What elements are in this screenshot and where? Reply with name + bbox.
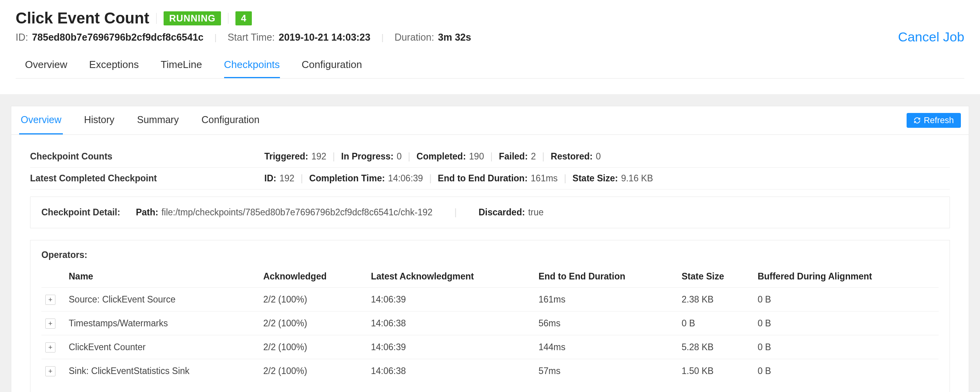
- op-size: 0 B: [678, 311, 754, 335]
- restored-value: 0: [596, 151, 601, 162]
- status-badge: RUNNING: [164, 11, 221, 25]
- sub-tabs: Overview History Summary Configuration: [19, 106, 907, 134]
- duration-value: 3m 32s: [438, 32, 471, 43]
- op-latest: 14:06:38: [367, 359, 535, 383]
- divider: |: [333, 151, 335, 162]
- divider: |: [454, 207, 457, 218]
- subtab-overview[interactable]: Overview: [19, 106, 63, 134]
- op-name: ClickEvent Counter: [65, 335, 259, 359]
- discarded-value: true: [528, 207, 544, 218]
- divider: |: [490, 151, 493, 162]
- expand-row-button[interactable]: +: [45, 342, 55, 353]
- op-buf: 0 B: [754, 311, 939, 335]
- op-size: 1.50 KB: [678, 359, 754, 383]
- table-row: + Sink: ClickEventStatistics Sink 2/2 (1…: [41, 359, 939, 383]
- latest-checkpoint-label: Latest Completed Checkpoint: [30, 173, 264, 184]
- op-name: Sink: ClickEventStatistics Sink: [65, 359, 259, 383]
- failed-value: 2: [531, 151, 536, 162]
- job-id-label: ID:: [16, 32, 28, 43]
- latest-id-value: 192: [280, 173, 294, 184]
- checkpoint-detail-label: Checkpoint Detail:: [41, 207, 120, 218]
- op-size: 2.38 KB: [678, 288, 754, 311]
- table-row: + ClickEvent Counter 2/2 (100%) 14:06:39…: [41, 335, 939, 359]
- op-name: Source: ClickEvent Source: [65, 288, 259, 311]
- divider: |: [381, 32, 384, 43]
- op-size: 5.28 KB: [678, 335, 754, 359]
- subtab-history[interactable]: History: [82, 106, 116, 134]
- col-acknowledged: Acknowledged: [259, 266, 367, 288]
- cancel-job-link[interactable]: Cancel Job: [898, 29, 964, 45]
- divider: [228, 13, 228, 24]
- op-e2e: 144ms: [535, 335, 678, 359]
- divider: |: [214, 32, 217, 43]
- op-buf: 0 B: [754, 335, 939, 359]
- tab-exceptions[interactable]: Exceptions: [89, 59, 139, 78]
- expand-row-button[interactable]: +: [45, 319, 55, 329]
- e2e-duration-value: 161ms: [531, 173, 558, 184]
- divider: |: [564, 173, 566, 184]
- failed-label: Failed:: [499, 151, 528, 162]
- discarded-label: Discarded:: [479, 207, 525, 218]
- state-size-label: State Size:: [572, 173, 618, 184]
- op-latest: 14:06:38: [367, 311, 535, 335]
- tab-timeline[interactable]: TimeLine: [161, 59, 202, 78]
- refresh-label: Refresh: [924, 115, 954, 125]
- inprogress-value: 0: [397, 151, 402, 162]
- refresh-icon: [914, 117, 921, 124]
- op-latest: 14:06:39: [367, 335, 535, 359]
- completion-time-value: 14:06:39: [388, 173, 423, 184]
- expand-row-button[interactable]: +: [45, 366, 55, 376]
- operators-title: Operators:: [41, 250, 939, 260]
- op-ack: 2/2 (100%): [259, 335, 367, 359]
- e2e-duration-label: End to End Duration:: [438, 173, 527, 184]
- refresh-button[interactable]: Refresh: [907, 113, 961, 128]
- col-e2e-duration: End to End Duration: [535, 266, 678, 288]
- parallelism-badge: 4: [235, 11, 251, 25]
- table-row: + Source: ClickEvent Source 2/2 (100%) 1…: [41, 288, 939, 311]
- col-name: Name: [65, 266, 259, 288]
- completion-time-label: Completion Time:: [309, 173, 385, 184]
- main-tabs: Overview Exceptions TimeLine Checkpoints…: [16, 59, 964, 79]
- divider: |: [301, 173, 303, 184]
- triggered-label: Triggered:: [264, 151, 308, 162]
- op-latest: 14:06:39: [367, 288, 535, 311]
- col-buffered: Buffered During Alignment: [754, 266, 939, 288]
- operators-table: Name Acknowledged Latest Acknowledgment …: [41, 266, 939, 383]
- operators-box: Operators: Name Acknowledged Latest Ackn…: [30, 240, 950, 392]
- op-e2e: 161ms: [535, 288, 678, 311]
- subtab-summary[interactable]: Summary: [135, 106, 180, 134]
- op-ack: 2/2 (100%): [259, 311, 367, 335]
- tab-overview[interactable]: Overview: [25, 59, 67, 78]
- path-label: Path:: [136, 207, 159, 218]
- divider: |: [542, 151, 545, 162]
- divider: |: [429, 173, 431, 184]
- table-row: + Timestamps/Watermarks 2/2 (100%) 14:06…: [41, 311, 939, 335]
- col-latest-ack: Latest Acknowledgment: [367, 266, 535, 288]
- op-e2e: 57ms: [535, 359, 678, 383]
- tab-configuration[interactable]: Configuration: [302, 59, 362, 78]
- path-value: file:/tmp/checkpoints/785ed80b7e7696796b…: [161, 207, 432, 218]
- divider: |: [408, 151, 410, 162]
- start-time-value: 2019-10-21 14:03:23: [279, 32, 371, 43]
- checkpoint-counts-label: Checkpoint Counts: [30, 151, 264, 162]
- checkpoint-detail-box: Checkpoint Detail: Path:file:/tmp/checkp…: [30, 197, 950, 228]
- op-ack: 2/2 (100%): [259, 359, 367, 383]
- op-buf: 0 B: [754, 359, 939, 383]
- restored-label: Restored:: [551, 151, 593, 162]
- inprogress-label: In Progress:: [341, 151, 394, 162]
- subtab-configuration[interactable]: Configuration: [200, 106, 261, 134]
- state-size-value: 9.16 KB: [621, 173, 653, 184]
- checkpoint-counts-row: Checkpoint Counts Triggered:192 | In Pro…: [30, 146, 950, 168]
- duration-label: Duration:: [394, 32, 434, 43]
- latest-checkpoint-row: Latest Completed Checkpoint ID:192 | Com…: [30, 168, 950, 190]
- divider: [156, 13, 157, 24]
- job-id-value: 785ed80b7e7696796b2cf9dcf8c6541c: [32, 32, 203, 43]
- col-state-size: State Size: [678, 266, 754, 288]
- op-buf: 0 B: [754, 288, 939, 311]
- latest-id-label: ID:: [264, 173, 276, 184]
- job-title: Click Event Count: [16, 9, 149, 27]
- start-time-label: Start Time:: [228, 32, 275, 43]
- op-e2e: 56ms: [535, 311, 678, 335]
- expand-row-button[interactable]: +: [45, 295, 55, 305]
- tab-checkpoints[interactable]: Checkpoints: [224, 59, 280, 78]
